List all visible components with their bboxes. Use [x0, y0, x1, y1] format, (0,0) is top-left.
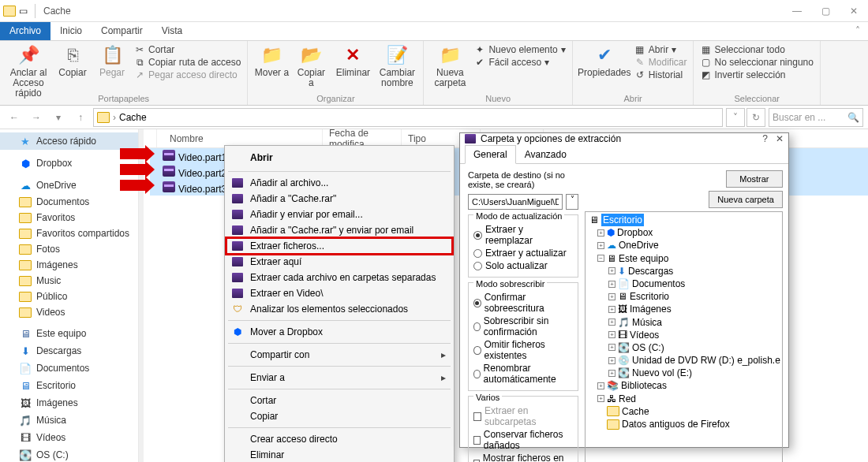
- dialog-help-icon[interactable]: ?: [762, 133, 768, 144]
- nav-recent-button[interactable]: ▾: [49, 108, 68, 127]
- nav-item[interactable]: ⬇Descargas: [0, 342, 138, 360]
- close-button[interactable]: ✕: [840, 0, 868, 22]
- opt-extract-update[interactable]: Extraer y actualizar: [473, 247, 573, 259]
- nav-item[interactable]: 📄Documentos: [0, 360, 138, 377]
- opt-extract-replace[interactable]: Extraer y reemplazar: [473, 223, 573, 247]
- show-button[interactable]: Mostrar: [726, 170, 783, 188]
- nav-item[interactable]: Favoritos: [0, 210, 138, 225]
- nav-item[interactable]: Documentos: [0, 194, 138, 210]
- nav-item[interactable]: 🎵Música: [0, 412, 138, 429]
- nav-item[interactable]: 💽OS (C:): [0, 446, 138, 462]
- nav-item[interactable]: Público: [0, 289, 138, 304]
- nav-thispc[interactable]: 🖥Este equipo: [0, 325, 138, 342]
- new-item-button[interactable]: ✦Nuevo elemento ▾: [474, 44, 565, 55]
- ctx-add-archive[interactable]: Añadir al archivo...: [226, 175, 452, 191]
- dest-path-input[interactable]: [468, 194, 563, 210]
- dest-dropdown[interactable]: ˅: [566, 194, 578, 210]
- folder-tree[interactable]: 🖥Escritorio +⬢Dropbox +☁OneDrive −🖥Este …: [585, 211, 783, 462]
- ctx-share[interactable]: Compartir con▸: [226, 347, 452, 363]
- breadcrumb-dropdown[interactable]: ˅: [726, 108, 745, 127]
- paste-shortcut-button[interactable]: ↗Pegar acceso directo: [134, 69, 241, 80]
- nav-quick-access[interactable]: ★Acceso rápido: [0, 132, 138, 150]
- breadcrumb-segment[interactable]: Cache: [119, 112, 147, 123]
- select-all-button[interactable]: ▦Seleccionar todo: [700, 44, 813, 55]
- nav-dropbox[interactable]: ⬢Dropbox: [0, 155, 138, 172]
- easy-access-button[interactable]: ✔Fácil acceso ▾: [474, 57, 565, 68]
- dialog-close-icon[interactable]: ✕: [776, 133, 784, 144]
- ctx-add-cache[interactable]: Añadir a "Cache.rar": [226, 191, 452, 207]
- history-button[interactable]: ↺Historial: [634, 69, 687, 80]
- delete-button[interactable]: ✕ Eliminar: [333, 44, 372, 78]
- onedrive-icon: ☁: [19, 179, 32, 192]
- properties-button[interactable]: ✔ Propiedades: [579, 44, 630, 78]
- pin-quick-access-button[interactable]: 📌 Anclar al Acceso rápido: [6, 44, 51, 99]
- minimize-button[interactable]: —: [783, 0, 811, 22]
- copy-to-button[interactable]: 📂 Copiar a: [294, 44, 328, 88]
- ctx-add-email[interactable]: Añadir y enviar por email...: [226, 207, 452, 222]
- opt-skip-existing[interactable]: Omitir ficheros existentes: [473, 338, 573, 362]
- nav-item[interactable]: Imágenes: [0, 257, 138, 273]
- ctx-extract-video[interactable]: Extraer en Video\: [226, 285, 452, 301]
- ctx-move-dropbox[interactable]: ⬢Mover a Dropbox: [226, 324, 452, 340]
- paste-button[interactable]: 📋 Pegar: [95, 44, 129, 78]
- ctx-analyze[interactable]: 🛡Analizar los elementos seleccionados: [226, 301, 452, 317]
- nav-item[interactable]: 🎞Vídeos: [0, 429, 138, 446]
- ctx-extract-files[interactable]: Extraer ficheros...: [226, 238, 452, 254]
- opt-only-update[interactable]: Solo actualizar: [473, 259, 573, 272]
- nav-item[interactable]: Music: [0, 273, 138, 289]
- new-folder-button[interactable]: 📁 Nueva carpeta: [430, 44, 470, 88]
- ctx-create-shortcut[interactable]: Crear acceso directo: [226, 431, 452, 447]
- tab-view[interactable]: Vista: [152, 22, 192, 40]
- search-input[interactable]: Buscar en ... 🔍: [769, 108, 863, 127]
- nav-item[interactable]: 🖥Escritorio: [0, 377, 138, 394]
- ctx-delete[interactable]: Eliminar: [226, 447, 452, 462]
- nav-onedrive[interactable]: ☁OneDrive: [0, 177, 138, 194]
- ctx-cut[interactable]: Cortar: [226, 393, 452, 408]
- opt-rename-auto[interactable]: Renombrar automáticamente: [473, 362, 573, 386]
- pin-icon: 📌: [17, 44, 39, 66]
- ctx-add-cache-email[interactable]: Añadir a "Cache.rar" y enviar por email: [226, 222, 452, 238]
- nav-item[interactable]: 🖼Imágenes: [0, 394, 138, 412]
- nav-forward-button[interactable]: →: [27, 108, 46, 127]
- ctx-sendto[interactable]: Enviar a▸: [226, 370, 452, 386]
- new-folder-button[interactable]: Nueva carpeta: [709, 191, 783, 208]
- nav-item[interactable]: Favoritos compartidos: [0, 225, 138, 241]
- select-none-button[interactable]: ▢No seleccionar ninguno: [700, 57, 813, 68]
- pc-icon: 🖥: [19, 327, 32, 340]
- nav-up-button[interactable]: ↑: [71, 108, 90, 127]
- opt-confirm-overwrite[interactable]: Confirmar sobreescritura: [473, 291, 573, 315]
- cut-button[interactable]: ✂Cortar: [134, 44, 241, 55]
- maximize-button[interactable]: ▢: [811, 0, 840, 22]
- invert-selection-button[interactable]: ◩Invertir selección: [700, 69, 813, 80]
- breadcrumb[interactable]: › Cache: [93, 108, 723, 127]
- copy-button[interactable]: ⎘ Copiar: [55, 44, 90, 78]
- opt-subfolders[interactable]: Extraer en subcarpetas: [473, 404, 573, 428]
- move-to-button[interactable]: 📁 Mover a: [254, 44, 289, 78]
- copy-path-button[interactable]: ⧉Copiar ruta de acceso: [134, 57, 241, 68]
- nav-back-button[interactable]: ←: [5, 108, 24, 127]
- opt-keep-broken[interactable]: Conservar ficheros dañados: [473, 428, 573, 452]
- open-button[interactable]: ▦Abrir ▾: [634, 44, 687, 55]
- edit-button[interactable]: ✎Modificar: [634, 57, 687, 68]
- documents-icon: 📄: [19, 362, 32, 374]
- nav-item[interactable]: Fotos: [0, 241, 138, 257]
- nav-tree[interactable]: ★Acceso rápido ⬢Dropbox ☁OneDrive Docume…: [0, 129, 139, 462]
- tab-file[interactable]: Archivo: [0, 22, 51, 40]
- dialog-titlebar[interactable]: Carpeta y opciones de extracción ?✕: [460, 133, 788, 144]
- desktop-icon: 🖥: [19, 379, 32, 392]
- qat-props-icon[interactable]: ▭: [19, 6, 30, 17]
- tab-general[interactable]: General: [465, 145, 516, 164]
- ctx-extract-here[interactable]: Extraer aquí: [226, 254, 452, 270]
- rename-button[interactable]: 📝 Cambiar nombre: [377, 44, 417, 88]
- ribbon-collapse-icon[interactable]: ˄: [847, 22, 868, 40]
- ctx-extract-each[interactable]: Extraer cada archivo en carpetas separad…: [226, 270, 452, 285]
- refresh-button[interactable]: ↻: [746, 108, 765, 127]
- tab-share[interactable]: Compartir: [92, 22, 152, 40]
- ctx-copy[interactable]: Copiar: [226, 408, 452, 424]
- tab-home[interactable]: Inicio: [51, 22, 92, 40]
- tab-advanced[interactable]: Avanzado: [516, 145, 575, 164]
- opt-overwrite-noconfirm[interactable]: Sobrescribir sin confirmación: [473, 315, 573, 338]
- edit-icon: ✎: [634, 57, 645, 68]
- opt-show-explorer[interactable]: Mostrar ficheros en el Explorador: [473, 452, 573, 462]
- nav-item[interactable]: Videos: [0, 304, 138, 320]
